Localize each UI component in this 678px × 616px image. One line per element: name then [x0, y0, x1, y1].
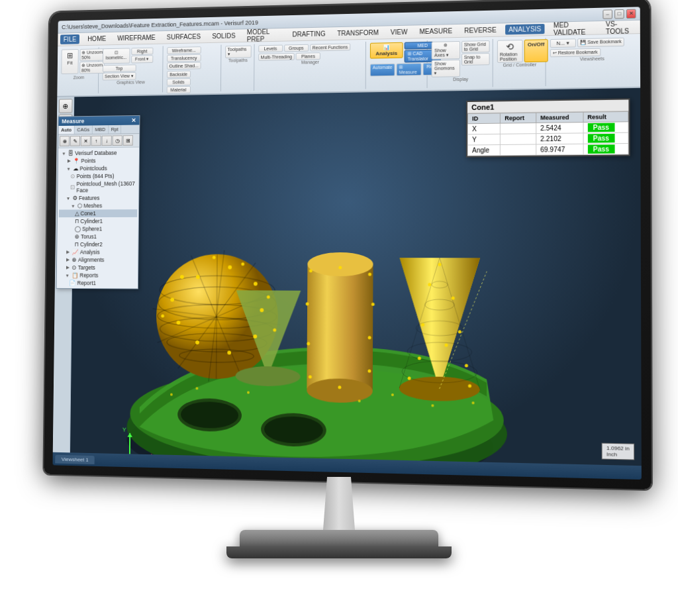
menu-wireframe[interactable]: WIREFRAME: [114, 32, 158, 43]
svg-point-51: [338, 266, 342, 269]
svg-point-52: [368, 273, 371, 276]
stand-neck: [319, 477, 359, 530]
menu-file[interactable]: FILE: [60, 34, 79, 44]
panel-tool-3[interactable]: ✕: [81, 136, 91, 146]
tree-item-pointclouds[interactable]: ▼ ☁Pointclouds: [60, 164, 138, 173]
expand-icon-8: ▶: [64, 264, 70, 271]
menu-solids[interactable]: SOLIDS: [209, 30, 238, 41]
n-btn[interactable]: N... ▾: [550, 38, 575, 48]
cell-y-measured: 2.2102: [536, 133, 583, 144]
tree-item-alignments[interactable]: ▶ ⊕Alignments: [58, 256, 137, 264]
toolpaths-btn[interactable]: Toolpaths ▾: [225, 46, 252, 58]
menu-analysis[interactable]: ANALYSIS: [505, 24, 545, 34]
panel-tool-5[interactable]: ↓: [102, 136, 112, 146]
analysis-btn[interactable]: 📊 Analysis: [370, 42, 403, 59]
close-btn[interactable]: ✕: [626, 9, 636, 19]
scale-indicator: 1.0962 in Inch: [602, 443, 635, 460]
tree-item-meshes[interactable]: ▼ ⬡Meshes: [59, 201, 137, 209]
tab-report[interactable]: Rpt: [109, 125, 122, 134]
col-measured: Measured: [536, 112, 583, 123]
tree-item-mesh13607[interactable]: ⊡Pointcloud_Mesh (13607 Face: [59, 180, 138, 194]
snap-grid-btn[interactable]: Snap to Grid: [461, 53, 490, 66]
rotation-icon: ⟲: [506, 41, 514, 52]
fit-btn[interactable]: ⊞ Fit: [61, 49, 78, 74]
cell-y-report: [501, 134, 536, 145]
panel-tool-7[interactable]: ⊞: [123, 135, 133, 146]
planes-btn[interactable]: Planes: [296, 52, 320, 60]
onoff-btn[interactable]: On/Off: [524, 39, 548, 62]
tree-item-reports[interactable]: ▼ 📋Reports: [58, 272, 137, 280]
outline-shaded-btn[interactable]: Outline Shad...: [167, 62, 201, 70]
isometric-btn[interactable]: ⊡Isometric...: [103, 48, 130, 64]
svg-point-47: [267, 295, 270, 299]
right-btn[interactable]: Right: [131, 48, 153, 55]
minimize-btn[interactable]: –: [603, 9, 612, 19]
menu-surfaces[interactable]: SURFACES: [164, 32, 204, 42]
front-btn[interactable]: Front ▾: [131, 55, 153, 63]
menu-view[interactable]: VIEW: [387, 27, 411, 38]
menu-med-validate[interactable]: MED VALIDATE: [550, 19, 597, 38]
recent-functions-btn[interactable]: Recent Functions: [310, 43, 350, 51]
menu-measure[interactable]: MEASURE: [416, 26, 456, 36]
backside-btn[interactable]: Backside: [166, 71, 190, 78]
cell-y-id: Y: [467, 134, 500, 145]
tree-item-sphere1[interactable]: ◯Sphere1: [58, 225, 137, 233]
panel-tool-6[interactable]: ◷: [113, 135, 122, 146]
tree-item-analysis[interactable]: ▶ 📈Analysis: [58, 248, 137, 256]
panel-tool-4[interactable]: ↑: [91, 136, 101, 146]
show-axes-btn[interactable]: ⊕Show Axes ▾: [432, 41, 460, 60]
tree-item-report1[interactable]: 📄Report1: [58, 279, 136, 287]
translucency-btn[interactable]: Translucency: [167, 54, 201, 62]
restore-btn[interactable]: □: [614, 9, 624, 19]
solids-btn[interactable]: Solids: [166, 78, 190, 85]
show-grid-btn[interactable]: Show Grid to Grid: [461, 40, 490, 53]
select-tool[interactable]: ⊕: [58, 99, 72, 113]
tree-item-cylinder2[interactable]: ⊓Cylinder2: [58, 240, 137, 248]
tree-item-features[interactable]: ▼ ⚙Features: [59, 194, 137, 202]
viewport[interactable]: X Y Z Cone1: [70, 88, 642, 466]
groups-btn[interactable]: Groups: [284, 44, 309, 52]
svg-point-68: [458, 330, 461, 333]
panel-tool-2[interactable]: ✎: [70, 136, 80, 146]
top-btn[interactable]: Top: [102, 64, 136, 72]
viewsheet-1-tab[interactable]: Viewsheet 1: [55, 454, 95, 464]
wireframe-btn[interactable]: Wireframe...: [167, 46, 201, 54]
3d-view-icon: ⊡: [115, 50, 119, 56]
svg-point-49: [161, 315, 164, 318]
expand-icon-9: ▼: [64, 272, 70, 279]
expand-icon-5: ▼: [70, 203, 76, 209]
tree-item-torus1[interactable]: ⊚Torus1: [58, 232, 137, 240]
tree-item-cone1[interactable]: △Cone1: [59, 209, 138, 217]
panel-tool-1[interactable]: ⊕: [60, 136, 70, 146]
show-gnomons-btn[interactable]: Show Gnomons ▾: [432, 60, 460, 77]
cell-x-report: [501, 123, 536, 134]
svg-point-35: [196, 275, 200, 279]
expand-icon-2: ▶: [66, 158, 72, 164]
menu-vs-tools[interactable]: VS-TOOLS: [603, 18, 638, 36]
tab-cags[interactable]: CAGs: [75, 125, 93, 134]
levels-btn[interactable]: Levels: [258, 45, 283, 53]
tree-item-cylinder1[interactable]: ⊓Cylinder1: [59, 217, 138, 225]
measure-ribbon-btn[interactable]: ⊞ Measure: [396, 63, 421, 76]
measure-panel: Measure ✕ Auto CAGs MBD Rpt ⊕ ✎ ✕: [56, 115, 140, 289]
section-view-btn[interactable]: Section View ▾: [102, 72, 136, 81]
expand-icon-6: ▶: [64, 249, 70, 256]
screen-content: C:\Users\steve_Downloads\Feature Extract…: [52, 7, 641, 480]
menu-home[interactable]: HOME: [84, 34, 109, 44]
menu-drafting[interactable]: DRAFTING: [289, 28, 329, 39]
tab-mbd[interactable]: MBD: [93, 125, 109, 134]
menu-reverse[interactable]: REVERSE: [461, 25, 500, 36]
svg-point-37: [254, 282, 258, 285]
material-btn[interactable]: Material: [166, 86, 190, 93]
rotation-position-btn[interactable]: ⟲ Rotation Position: [497, 40, 523, 63]
automate-btn[interactable]: Automate: [370, 64, 395, 77]
tree-item-pts844[interactable]: ⊙Points (844 Pts): [59, 172, 137, 180]
toolpaths-label: Toolpaths: [225, 58, 252, 63]
tree-item-points[interactable]: ▶ 📍Points: [60, 156, 138, 165]
menu-model-prep[interactable]: MODEL PREP: [244, 26, 284, 44]
menu-transform[interactable]: TRANSFORM: [334, 28, 382, 38]
save-bookmark-btn[interactable]: 💾 Save Bookmark: [577, 38, 624, 48]
tab-automate[interactable]: Auto: [58, 126, 74, 134]
svg-point-65: [428, 283, 431, 286]
tree-item-targets[interactable]: ▶ ⊙Targets: [58, 264, 137, 272]
